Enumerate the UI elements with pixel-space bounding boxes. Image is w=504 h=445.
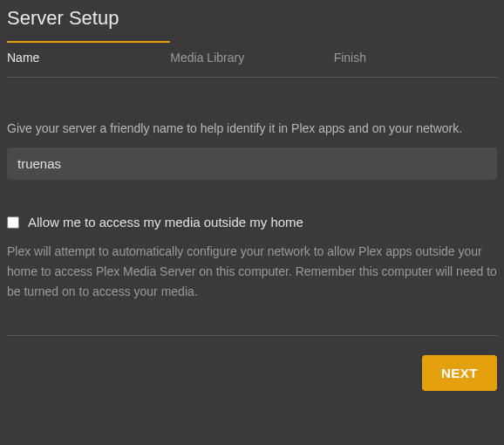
page-title: Server Setup [7, 7, 497, 30]
wizard-tabs: Name Media Library Finish [7, 42, 497, 78]
wizard-footer: NEXT [7, 355, 497, 391]
remote-access-help-text: Plex will attempt to automatically confi… [7, 242, 497, 302]
next-button[interactable]: NEXT [422, 355, 497, 391]
name-description: Give your server a friendly name to help… [7, 121, 497, 135]
remote-access-label[interactable]: Allow me to access my media outside my h… [28, 215, 303, 229]
tab-name[interactable]: Name [7, 42, 170, 77]
footer-divider [7, 335, 497, 336]
server-name-field-wrap [7, 147, 497, 180]
server-name-input[interactable] [7, 147, 497, 180]
remote-access-row: Allow me to access my media outside my h… [7, 215, 497, 229]
remote-access-checkbox[interactable] [7, 216, 19, 229]
tab-media-library[interactable]: Media Library [170, 42, 333, 77]
tab-finish[interactable]: Finish [334, 42, 497, 77]
